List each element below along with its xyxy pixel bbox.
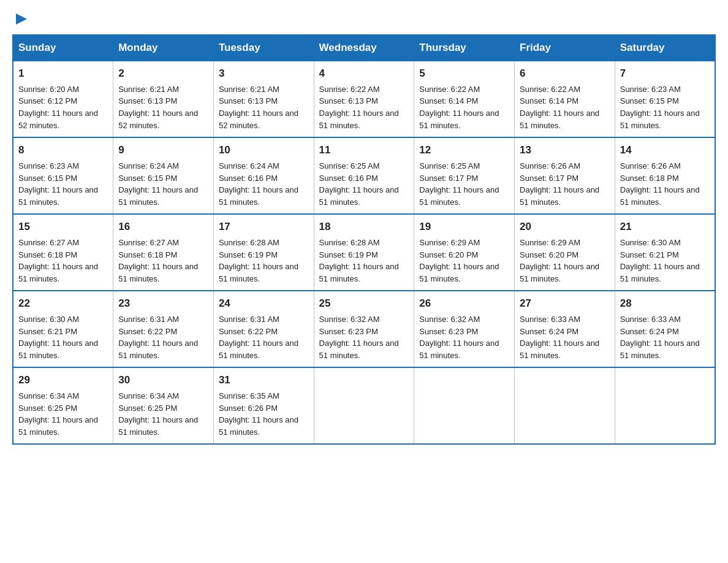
- calendar-cell: 25 Sunrise: 6:32 AM Sunset: 6:23 PM Dayl…: [314, 291, 414, 367]
- sunset-info: Sunset: 6:13 PM: [219, 96, 278, 105]
- logo-chevron-icon: [15, 12, 28, 28]
- sunset-info: Sunset: 6:19 PM: [319, 250, 378, 259]
- sunrise-info: Sunrise: 6:28 AM: [219, 238, 279, 247]
- day-number: 3: [219, 66, 309, 82]
- weekday-header-monday: Monday: [113, 35, 214, 61]
- sunset-info: Sunset: 6:12 PM: [18, 96, 77, 105]
- sunrise-info: Sunrise: 6:34 AM: [118, 391, 179, 400]
- daylight-info: Daylight: 11 hours and 51 minutes.: [319, 109, 399, 130]
- day-number: 21: [620, 220, 710, 235]
- logo: [12, 12, 29, 23]
- calendar-cell: 17 Sunrise: 6:28 AM Sunset: 6:19 PM Dayl…: [213, 214, 314, 291]
- calendar-cell: 30 Sunrise: 6:34 AM Sunset: 6:25 PM Dayl…: [113, 367, 214, 444]
- sunrise-info: Sunrise: 6:23 AM: [18, 161, 79, 170]
- calendar-cell: 12 Sunrise: 6:25 AM Sunset: 6:17 PM Dayl…: [414, 137, 515, 214]
- calendar-week-row: 29 Sunrise: 6:34 AM Sunset: 6:25 PM Dayl…: [13, 367, 715, 444]
- day-number: 13: [520, 143, 610, 158]
- sunset-info: Sunset: 6:16 PM: [319, 174, 378, 183]
- daylight-info: Daylight: 11 hours and 51 minutes.: [118, 415, 198, 437]
- sunrise-info: Sunrise: 6:22 AM: [419, 85, 480, 94]
- daylight-info: Daylight: 11 hours and 51 minutes.: [319, 339, 399, 360]
- day-number: 31: [219, 373, 309, 388]
- sunset-info: Sunset: 6:19 PM: [219, 250, 278, 259]
- calendar-cell: 27 Sunrise: 6:33 AM Sunset: 6:24 PM Dayl…: [515, 291, 615, 367]
- calendar-cell: 11 Sunrise: 6:25 AM Sunset: 6:16 PM Dayl…: [314, 137, 414, 214]
- day-number: 15: [18, 220, 108, 235]
- calendar-cell: 31 Sunrise: 6:35 AM Sunset: 6:26 PM Dayl…: [213, 367, 314, 444]
- daylight-info: Daylight: 11 hours and 51 minutes.: [419, 339, 499, 360]
- daylight-info: Daylight: 11 hours and 51 minutes.: [520, 109, 599, 130]
- day-number: 4: [319, 66, 409, 82]
- sunset-info: Sunset: 6:18 PM: [620, 174, 679, 183]
- sunrise-info: Sunrise: 6:22 AM: [319, 85, 380, 94]
- sunset-info: Sunset: 6:15 PM: [18, 174, 77, 183]
- day-number: 29: [18, 373, 108, 388]
- day-number: 18: [319, 220, 409, 235]
- calendar-cell: 4 Sunrise: 6:22 AM Sunset: 6:13 PM Dayli…: [314, 61, 414, 137]
- daylight-info: Daylight: 11 hours and 51 minutes.: [520, 339, 599, 360]
- calendar-cell: 2 Sunrise: 6:21 AM Sunset: 6:13 PM Dayli…: [113, 61, 214, 137]
- day-number: 9: [118, 143, 208, 158]
- day-number: 28: [620, 296, 710, 312]
- sunrise-info: Sunrise: 6:32 AM: [319, 315, 380, 324]
- sunrise-info: Sunrise: 6:31 AM: [118, 315, 179, 324]
- sunrise-info: Sunrise: 6:27 AM: [18, 238, 79, 247]
- sunrise-info: Sunrise: 6:20 AM: [18, 85, 79, 94]
- day-number: 19: [419, 220, 509, 235]
- day-number: 6: [520, 66, 610, 82]
- day-number: 30: [118, 373, 208, 388]
- daylight-info: Daylight: 11 hours and 52 minutes.: [219, 109, 298, 130]
- daylight-info: Daylight: 11 hours and 51 minutes.: [219, 339, 298, 360]
- day-number: 10: [219, 143, 309, 158]
- sunrise-info: Sunrise: 6:35 AM: [219, 391, 279, 400]
- calendar-cell: 16 Sunrise: 6:27 AM Sunset: 6:18 PM Dayl…: [113, 214, 214, 291]
- sunset-info: Sunset: 6:13 PM: [118, 96, 177, 105]
- sunset-info: Sunset: 6:15 PM: [118, 174, 177, 183]
- sunrise-info: Sunrise: 6:24 AM: [219, 161, 279, 170]
- sunset-info: Sunset: 6:26 PM: [219, 404, 278, 413]
- calendar-table: SundayMondayTuesdayWednesdayThursdayFrid…: [12, 34, 716, 445]
- weekday-header-friday: Friday: [515, 35, 615, 61]
- sunset-info: Sunset: 6:22 PM: [118, 327, 177, 336]
- sunrise-info: Sunrise: 6:26 AM: [520, 161, 580, 170]
- sunrise-info: Sunrise: 6:21 AM: [219, 85, 279, 94]
- calendar-cell: 22 Sunrise: 6:30 AM Sunset: 6:21 PM Dayl…: [13, 291, 113, 367]
- day-number: 11: [319, 143, 409, 158]
- sunset-info: Sunset: 6:15 PM: [620, 96, 679, 105]
- sunrise-info: Sunrise: 6:29 AM: [419, 238, 480, 247]
- sunset-info: Sunset: 6:13 PM: [319, 96, 378, 105]
- daylight-info: Daylight: 11 hours and 51 minutes.: [118, 185, 198, 207]
- daylight-info: Daylight: 11 hours and 51 minutes.: [620, 262, 700, 283]
- sunrise-info: Sunrise: 6:34 AM: [18, 391, 79, 400]
- sunrise-info: Sunrise: 6:21 AM: [118, 85, 179, 94]
- calendar-cell: 26 Sunrise: 6:32 AM Sunset: 6:23 PM Dayl…: [414, 291, 515, 367]
- daylight-info: Daylight: 11 hours and 52 minutes.: [118, 109, 198, 130]
- day-number: 14: [620, 143, 710, 158]
- sunrise-info: Sunrise: 6:30 AM: [18, 315, 79, 324]
- calendar-cell: 24 Sunrise: 6:31 AM Sunset: 6:22 PM Dayl…: [213, 291, 314, 367]
- calendar-cell: 13 Sunrise: 6:26 AM Sunset: 6:17 PM Dayl…: [515, 137, 615, 214]
- day-number: 1: [18, 66, 108, 82]
- calendar-cell: 1 Sunrise: 6:20 AM Sunset: 6:12 PM Dayli…: [13, 61, 113, 137]
- calendar-week-row: 15 Sunrise: 6:27 AM Sunset: 6:18 PM Dayl…: [13, 214, 715, 291]
- day-number: 25: [319, 296, 409, 312]
- calendar-cell: 6 Sunrise: 6:22 AM Sunset: 6:14 PM Dayli…: [515, 61, 615, 137]
- daylight-info: Daylight: 11 hours and 51 minutes.: [18, 262, 98, 283]
- weekday-header-saturday: Saturday: [615, 35, 715, 61]
- calendar-cell: [314, 367, 414, 444]
- sunrise-info: Sunrise: 6:25 AM: [319, 161, 380, 170]
- sunset-info: Sunset: 6:23 PM: [319, 327, 378, 336]
- weekday-header-wednesday: Wednesday: [314, 35, 414, 61]
- sunset-info: Sunset: 6:20 PM: [419, 250, 478, 259]
- daylight-info: Daylight: 11 hours and 51 minutes.: [620, 185, 700, 207]
- day-number: 5: [419, 66, 509, 82]
- sunset-info: Sunset: 6:22 PM: [219, 327, 278, 336]
- weekday-header-row: SundayMondayTuesdayWednesdayThursdayFrid…: [13, 35, 715, 61]
- daylight-info: Daylight: 11 hours and 51 minutes.: [620, 109, 700, 130]
- sunrise-info: Sunrise: 6:28 AM: [319, 238, 380, 247]
- svg-marker-0: [16, 13, 27, 25]
- weekday-header-tuesday: Tuesday: [213, 35, 314, 61]
- sunrise-info: Sunrise: 6:29 AM: [520, 238, 580, 247]
- calendar-cell: [615, 367, 715, 444]
- day-number: 27: [520, 296, 610, 312]
